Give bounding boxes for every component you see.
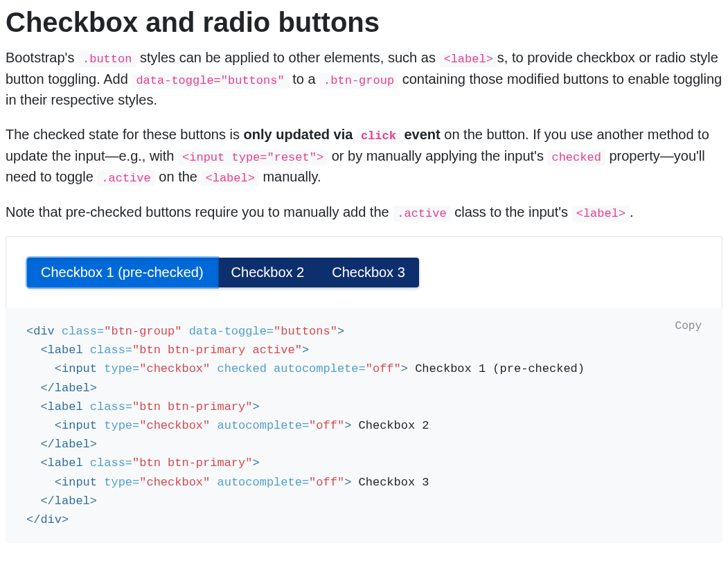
page-heading: Checkbox and radio buttons bbox=[6, 6, 722, 39]
checkbox-button-1[interactable]: Checkbox 1 (pre-checked) bbox=[27, 258, 217, 287]
text: class to the input's bbox=[451, 204, 572, 220]
text: styles can be applied to other elements,… bbox=[136, 50, 439, 65]
button-group: Checkbox 1 (pre-checked) Checkbox 2 Chec… bbox=[27, 258, 419, 287]
code-inline: click bbox=[357, 128, 400, 144]
text: manually. bbox=[259, 169, 321, 184]
code-inline: .active bbox=[97, 170, 154, 186]
text: to a bbox=[289, 71, 319, 87]
example-panel: Checkbox 1 (pre-checked) Checkbox 2 Chec… bbox=[6, 236, 722, 308]
intro-paragraph-1: Bootstrap's .button styles can be applie… bbox=[6, 47, 722, 110]
code-block: Copy <div class="btn-group" data-toggle=… bbox=[6, 308, 722, 543]
text: or by manually applying the input's bbox=[328, 148, 547, 163]
text: . bbox=[630, 204, 634, 220]
checkbox-button-3[interactable]: Checkbox 3 bbox=[318, 258, 419, 287]
text: Bootstrap's bbox=[6, 50, 78, 65]
code-inline: data-toggle="buttons" bbox=[132, 73, 288, 89]
copy-button[interactable]: Copy bbox=[671, 319, 706, 333]
intro-paragraph-3: Note that pre-checked buttons require yo… bbox=[6, 202, 722, 223]
text: Note that pre-checked buttons require yo… bbox=[6, 204, 393, 220]
text: on the bbox=[155, 169, 202, 184]
checkbox-button-2[interactable]: Checkbox 2 bbox=[217, 258, 319, 287]
text: The checked state for these buttons is bbox=[6, 127, 244, 142]
intro-paragraph-2: The checked state for these buttons is o… bbox=[6, 124, 722, 188]
code-inline: .button bbox=[78, 51, 136, 67]
code-inline: <label> bbox=[439, 51, 497, 67]
code-inline: checked bbox=[547, 150, 605, 166]
code-pre: <div class="btn-group" data-toggle="butt… bbox=[26, 322, 702, 529]
code-inline: <label> bbox=[201, 170, 258, 186]
code-inline: <label> bbox=[572, 206, 630, 222]
code-inline: .btn-group bbox=[319, 73, 398, 89]
code-inline: .active bbox=[393, 206, 450, 222]
strong-text: only updated via click event bbox=[244, 127, 441, 142]
code-inline: <input type="reset"> bbox=[178, 150, 328, 166]
